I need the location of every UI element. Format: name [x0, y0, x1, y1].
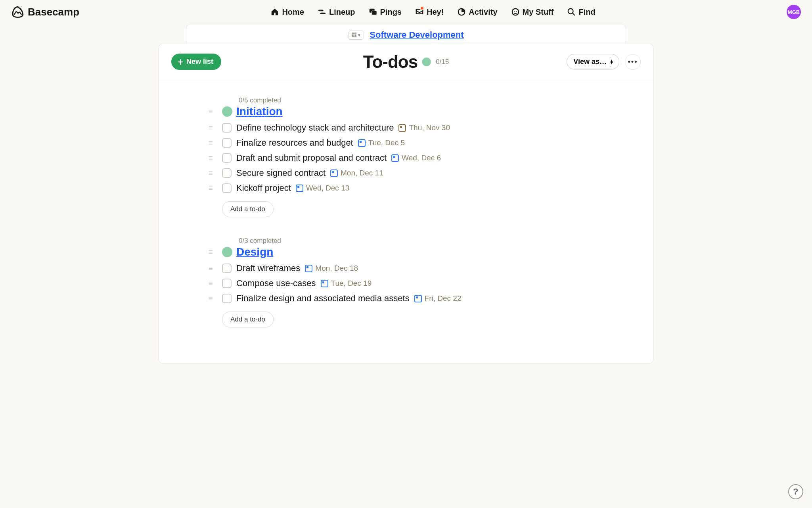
drag-handle-icon[interactable]: [209, 187, 212, 189]
due-date[interactable]: Tue, Dec 5: [358, 139, 405, 147]
todo-text[interactable]: Draft wireframes: [236, 263, 300, 273]
calendar-icon: [305, 265, 312, 272]
title-wrap: To-dos 0/15: [363, 52, 449, 72]
list-block: 0/3 completedDesignDraft wireframesMon, …: [222, 237, 630, 327]
nav-hey[interactable]: Hey!: [415, 8, 444, 17]
drag-handle-icon[interactable]: [209, 142, 212, 144]
todo-row: Kickoff projectWed, Dec 13: [222, 183, 630, 193]
nav-pings[interactable]: Pings: [369, 8, 402, 17]
svg-point-7: [516, 11, 517, 12]
more-menu-button[interactable]: •••: [625, 54, 641, 70]
due-date-text: Mon, Dec 18: [315, 264, 358, 273]
due-date[interactable]: Fri, Dec 22: [414, 294, 462, 303]
nav-activity-label: Activity: [469, 8, 497, 17]
list-progress-dot-icon: [222, 106, 232, 117]
todo-checkbox[interactable]: [222, 123, 232, 133]
calendar-icon: [414, 295, 422, 302]
todo-checkbox[interactable]: [222, 279, 232, 288]
todo-text[interactable]: Kickoff project: [236, 183, 291, 193]
todo-checkbox[interactable]: [222, 294, 232, 303]
svg-point-6: [514, 11, 515, 12]
svg-point-5: [512, 9, 519, 15]
chevron-down-icon: ▾: [358, 33, 360, 38]
list-head: Initiation: [222, 105, 630, 118]
calendar-icon: [358, 139, 366, 147]
new-list-button[interactable]: New list: [171, 54, 221, 70]
todo-checkbox[interactable]: [222, 153, 232, 163]
todo-row: Draft and submit proposal and contractWe…: [222, 153, 630, 163]
svg-rect-3: [372, 11, 377, 15]
progress-dot-icon: [422, 58, 431, 66]
calendar-icon: [398, 124, 406, 132]
view-as-button[interactable]: View as… ▴▾: [567, 54, 619, 69]
svg-rect-0: [318, 10, 324, 12]
plus-icon: [177, 58, 184, 65]
card-header: New list To-dos 0/15 View as… ▴▾ •••: [159, 44, 653, 82]
nav-mystuff[interactable]: My Stuff: [511, 8, 554, 17]
todo-row: Finalize design and associated media ass…: [222, 293, 630, 304]
drag-handle-icon[interactable]: [209, 283, 212, 285]
drag-handle-icon[interactable]: [209, 298, 212, 300]
due-date-text: Wed, Dec 6: [402, 154, 441, 162]
due-date[interactable]: Wed, Dec 6: [391, 154, 441, 162]
drag-handle-icon[interactable]: [209, 267, 212, 269]
due-date[interactable]: Wed, Dec 13: [296, 184, 349, 192]
list-meta: 0/3 completed: [239, 237, 630, 245]
todo-text[interactable]: Compose use-cases: [236, 278, 316, 289]
activity-icon: [457, 8, 466, 16]
add-todo-button[interactable]: Add a to-do: [222, 201, 274, 217]
nav-activity[interactable]: Activity: [457, 8, 497, 17]
todo-text[interactable]: Finalize resources and budget: [236, 138, 353, 148]
drag-handle-icon[interactable]: [209, 251, 212, 253]
todo-row: Finalize resources and budgetTue, Dec 5: [222, 138, 630, 148]
logo[interactable]: Basecamp: [11, 5, 79, 19]
drag-handle-icon[interactable]: [209, 157, 212, 159]
list-title-link[interactable]: Design: [236, 246, 273, 258]
due-date[interactable]: Thu, Nov 30: [398, 123, 450, 132]
avatar[interactable]: MGB: [787, 5, 801, 19]
add-todo-button[interactable]: Add a to-do: [222, 312, 274, 327]
todo-text[interactable]: Secure signed contract: [236, 168, 326, 178]
main-card: New list To-dos 0/15 View as… ▴▾ ••• 0/5…: [158, 44, 654, 364]
due-date[interactable]: Mon, Dec 11: [330, 169, 383, 177]
due-date[interactable]: Mon, Dec 18: [305, 264, 358, 273]
svg-rect-1: [320, 13, 326, 14]
list-head: Design: [222, 246, 630, 258]
drag-handle-icon[interactable]: [209, 111, 212, 113]
list-progress-dot-icon: [222, 247, 232, 257]
drag-handle-icon[interactable]: [209, 127, 212, 129]
todo-checkbox[interactable]: [222, 183, 232, 193]
page-title: To-dos: [363, 52, 417, 72]
due-date-text: Fri, Dec 22: [425, 294, 462, 303]
drag-handle-icon[interactable]: [209, 172, 212, 174]
todo-checkbox[interactable]: [222, 264, 232, 273]
nav-mystuff-label: My Stuff: [523, 8, 554, 17]
calendar-icon: [296, 185, 303, 192]
nav-home[interactable]: Home: [270, 8, 304, 17]
todo-row: Compose use-casesTue, Dec 19: [222, 278, 630, 289]
nav-find-label: Find: [578, 8, 595, 17]
calendar-icon: [391, 154, 399, 162]
due-date[interactable]: Tue, Dec 19: [321, 279, 372, 288]
search-icon: [567, 8, 576, 16]
todo-row: Draft wireframesMon, Dec 18: [222, 263, 630, 273]
lineup-icon: [318, 8, 326, 16]
todo-checkbox[interactable]: [222, 138, 232, 148]
due-date-text: Mon, Dec 11: [341, 169, 383, 177]
nav-find[interactable]: Find: [567, 8, 595, 17]
top-nav: Basecamp Home Lineup Pings Hey! Activity…: [0, 0, 812, 24]
todo-text[interactable]: Draft and submit proposal and contract: [236, 153, 387, 163]
list-block: 0/5 completedInitiationDefine technology…: [222, 96, 630, 217]
nav-home-label: Home: [282, 8, 304, 17]
header-actions: View as… ▴▾ •••: [567, 54, 641, 70]
nav-lineup[interactable]: Lineup: [318, 8, 355, 17]
svg-line-9: [573, 13, 575, 15]
breadcrumb-project-link[interactable]: Software Development: [370, 30, 463, 40]
list-title-link[interactable]: Initiation: [236, 105, 283, 118]
todo-checkbox[interactable]: [222, 168, 232, 178]
todo-row: Secure signed contractMon, Dec 11: [222, 168, 630, 178]
project-switcher[interactable]: ▾: [348, 31, 364, 40]
todo-text[interactable]: Finalize design and associated media ass…: [236, 293, 410, 304]
due-date-text: Tue, Dec 19: [331, 279, 372, 288]
todo-text[interactable]: Define technology stack and architecture: [236, 123, 394, 133]
